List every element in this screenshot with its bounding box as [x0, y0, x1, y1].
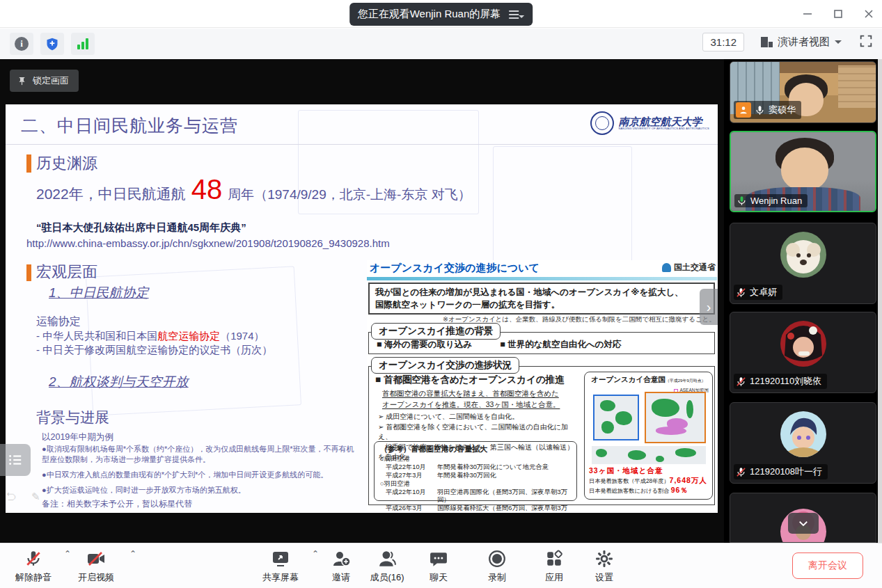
share-screen-button[interactable]: 共享屏幕 — [254, 549, 307, 584]
gear-icon — [595, 550, 613, 568]
jdoc-ref-row: ○成田空港 — [380, 455, 571, 463]
jdoc-map-stats: 33ヶ国・地域と合意 日本発着旅客数（平成28年度）7,648万人 日本発着総旅… — [589, 466, 709, 495]
meeting-menubar: i 31:12 演讲者视图 — [0, 29, 882, 59]
collapse-sidebar-button[interactable] — [788, 513, 819, 534]
jdoc-status-title: オープンスカイ交渉の進捗状況 — [371, 357, 519, 374]
jdoc-map-panel: オープンスカイ合意国（平成29年9月時点） ASEAN加盟国 — [584, 372, 713, 500]
participant-tile-1[interactable]: 窦硕华 — [730, 61, 876, 123]
maximize-button[interactable] — [832, 8, 844, 20]
participant-name: 121920110刘晓依 — [750, 375, 821, 388]
mic-active-icon — [737, 196, 747, 206]
settings-label: 设置 — [595, 571, 613, 584]
ref-c1: ○成田空港 — [380, 455, 437, 463]
start-video-button[interactable]: 开启视频 — [70, 549, 123, 584]
record-button[interactable]: 录制 — [471, 549, 523, 584]
lock-view-button[interactable]: 锁定画面 — [10, 70, 79, 92]
unmute-button[interactable]: 解除静音 — [7, 549, 60, 584]
next-page-arrow[interactable]: › — [700, 289, 718, 325]
university-logo: 南京航空航天大学 NANJING UNIVERSITY OF AERONAUTI… — [590, 111, 709, 135]
shared-screen-area: 锁定画面 二、中日间民航业务与运营 南京航空航天大学 NANJING UNIVE… — [0, 59, 724, 543]
jdoc-map-title: オープンスカイ合意国（平成29年9月時点） — [585, 375, 712, 385]
university-name-en: NANJING UNIVERSITY OF AERONAUTICS AND AS… — [618, 127, 709, 130]
pencil-icon[interactable]: ✎ — [31, 491, 40, 503]
mic-on-icon — [755, 105, 765, 116]
meeting-window: 您正在观看Wenjin Ruan的屏幕 i 31:1 — [0, 0, 882, 588]
ref-c2: 年間発着枠30万回化 — [437, 472, 496, 480]
jdoc-bg-item2: ■ 世界的な航空自由化への対応 — [500, 339, 621, 351]
host-badge-icon — [736, 102, 751, 118]
bullet-3: ●扩大货运载运吨位，同时进一步开放双方市场的第五航权。 — [42, 485, 356, 495]
meeting-info-button[interactable]: i — [10, 33, 33, 55]
section2-item2: 2、航权谈判与天空开放 — [49, 373, 189, 391]
agreement-line1-red: 航空运输协定 — [157, 330, 220, 342]
embassy-url: http://www.china-embassy.or.jp/chn/sgkxn… — [26, 237, 390, 249]
view-mode-label: 演讲者视图 — [778, 35, 830, 49]
members-button[interactable]: 成员(16) — [361, 549, 414, 584]
jdoc-status-heading: ■ 首都圏空港を含めたオープンスカイの推進 — [375, 374, 565, 386]
section1-marker — [26, 154, 31, 173]
jdoc-lead1: 我が国との往来の増加が見込まれる国・地域へのオープンスカイ※を拡大し、 — [375, 287, 683, 297]
jdoc-lead2: 国際航空ネットワークの一層の拡充を目指す。 — [375, 300, 560, 310]
jdoc-status-bullet2: ➢ 首都圏空港を除く空港において、二国間輸送の自由化に加え、 — [378, 422, 580, 443]
section3-heading: 背景与进展 — [36, 408, 109, 427]
view-mode-button[interactable]: 演讲者视图 — [757, 33, 846, 51]
map-stat2-value: 7,648万人 — [670, 476, 707, 484]
members-label: 成员(16) — [370, 571, 404, 584]
avatar — [780, 232, 826, 278]
annotation-tools-faint[interactable]: ⮌ ✎ — [6, 491, 40, 503]
network-quality-button[interactable] — [71, 33, 95, 55]
chat-button[interactable]: 聊天 — [412, 549, 465, 584]
ref-c1: 平成22年10月 — [380, 488, 437, 505]
leave-meeting-button[interactable]: 离开会议 — [792, 553, 863, 579]
watching-banner[interactable]: 您正在观看Wenjin Ruan的屏幕 — [349, 3, 533, 26]
ref-c2: 年間発着枠30万回化について地元合意 — [437, 463, 549, 472]
jdoc-ref-row: 平成22年10月年間発着枠30万回化について地元合意 — [380, 463, 571, 472]
mlit-logo-icon — [662, 263, 671, 272]
close-button[interactable] — [863, 8, 875, 20]
apps-button[interactable]: 应用 — [528, 549, 581, 584]
video-options-caret[interactable]: ⌃ — [129, 549, 136, 559]
participant-tile-2[interactable]: Wenjin Ruan — [730, 131, 876, 212]
participant-name: 文卓妍 — [750, 286, 777, 299]
settings-button[interactable]: 设置 — [578, 549, 631, 584]
menubar-left: i — [10, 33, 95, 55]
watching-label: 您正在观看Wenjin Ruan的屏幕 — [358, 8, 501, 21]
presentation-slide: 二、中日间民航业务与运营 南京航空航天大学 NANJING UNIVERSITY… — [6, 104, 718, 513]
participant-tile-6[interactable] — [730, 493, 876, 543]
agreement-line1-pre: - 中华人民共和国和日本国 — [36, 330, 157, 342]
menubar-right: 31:12 演讲者视图 — [702, 33, 874, 51]
jdoc-reference-box: （参考）首都圏空港の容量拡大 ○成田空港 平成22年10月年間発着枠30万回化に… — [374, 441, 577, 501]
jdoc-ref-row: 平成22年10月羽田空港再国際化（昼間3万回、深夜早朝3万回） — [380, 488, 571, 505]
anime-blue-avatar-image — [780, 411, 826, 457]
jdoc-map-title-sub: （平成29年9月時点） — [666, 379, 706, 383]
anime-red-avatar-image — [780, 321, 826, 367]
start-video-label: 开启视频 — [78, 571, 114, 584]
fullscreen-button[interactable] — [858, 33, 874, 51]
transport-agreement-label: 运输协定 — [36, 315, 81, 329]
annotation-list-button[interactable] — [0, 444, 31, 476]
slide-title-rule — [6, 144, 718, 145]
minimize-button[interactable] — [801, 8, 814, 20]
jdoc-title: オープンスカイ交渉の進捗について — [370, 262, 540, 275]
europe-map — [593, 395, 639, 440]
security-button[interactable] — [40, 33, 64, 55]
participant-tile-4[interactable]: 121920110刘晓依 — [730, 312, 876, 393]
map-stat3-value: 96％ — [671, 486, 688, 494]
banner-menu-icon[interactable] — [509, 10, 524, 19]
participant-tile-3[interactable]: 文卓妍 — [730, 223, 876, 304]
jdoc-status-line1: 首都圏空港の容量拡大を踏まえ、首都圏空港を含めた — [382, 389, 559, 397]
jdoc-bg-items: ■ 海外の需要の取り込み ■ 世界的な航空自由化への対応 — [377, 339, 622, 351]
participant-tile-5[interactable]: 121920108叶一行 — [730, 402, 876, 484]
map-stat-agreed: 33ヶ国・地域と合意 — [589, 466, 709, 475]
undo-icon[interactable]: ⮌ — [6, 491, 16, 503]
university-name: 南京航空航天大学 — [618, 116, 709, 127]
jdoc-ministry: 国土交通省 — [662, 262, 716, 273]
sidebar-scrollbar[interactable] — [878, 59, 882, 543]
jdoc-bg-title: オープンスカイ推進の背景 — [371, 323, 501, 340]
agreement-line2: - 中日关于修改两国航空运输协定的议定书（历次） — [36, 344, 272, 357]
invite-button[interactable]: 邀请 — [315, 549, 368, 584]
jdoc-lead-box: 我が国との往来の増加が見込まれる国・地域へのオープンスカイ※を拡大し、 国際航空… — [368, 283, 715, 315]
window-titlebar: 您正在观看Wenjin Ruan的屏幕 — [0, 0, 882, 28]
ref-c2: 国際線発着枠拡大（昼間6万回、深夜早朝3万回） — [437, 504, 571, 513]
asia-map — [645, 392, 706, 443]
